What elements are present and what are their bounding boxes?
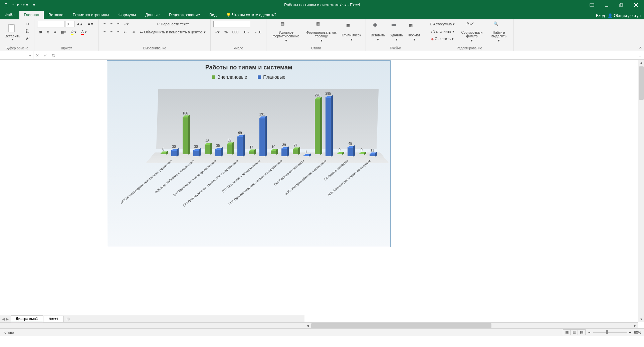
currency-button[interactable]: ₽▾ <box>213 29 222 35</box>
number-format-input[interactable] <box>213 21 250 27</box>
hscroll-thumb[interactable] <box>311 323 491 328</box>
bar-value-label: 27 <box>293 143 297 147</box>
align-top-button[interactable]: ≡ <box>101 21 108 27</box>
merge-label: Объединить и поместить в центре <box>144 30 203 34</box>
x-axis-label: ОТП.Отопление и теплоснабжение <box>221 159 261 193</box>
clear-button[interactable]: ◆ Очистить ▾ <box>428 35 457 42</box>
tab-insert[interactable]: Вставка <box>44 11 68 19</box>
align-right-button[interactable]: ≡ <box>115 29 121 35</box>
collapse-ribbon-icon[interactable]: ⋏ <box>639 45 642 50</box>
tab-data[interactable]: Данные <box>141 11 164 19</box>
insert-cells-button[interactable]: ➕Вставить▾ <box>369 21 387 43</box>
tab-view[interactable]: Вид <box>205 11 221 19</box>
maximize-icon[interactable] <box>615 0 628 10</box>
horizontal-scrollbar[interactable]: ◀ ▶ <box>0 322 638 328</box>
formula-enter-icon[interactable]: ✓ <box>41 53 49 58</box>
percent-button[interactable]: % <box>222 29 230 35</box>
format-painter-button[interactable]: 🖌 <box>24 35 31 41</box>
login-link[interactable]: Вход <box>596 13 605 18</box>
underline-button[interactable]: Ч <box>52 29 58 35</box>
vscroll-up-icon[interactable]: ▲ <box>638 60 644 66</box>
tab-file[interactable]: Файл <box>0 11 19 19</box>
dec-decimal-button[interactable]: ←.0 <box>253 29 263 35</box>
vscroll-thumb[interactable] <box>639 66 644 100</box>
border-button[interactable]: ▦▾ <box>59 29 68 35</box>
styles-group-label: Стили <box>269 46 363 50</box>
sheet-nav-prev-icon[interactable]: ◀ <box>2 317 5 321</box>
zoom-out-button[interactable]: − <box>588 330 590 334</box>
svg-rect-10 <box>10 24 13 25</box>
vertical-scrollbar[interactable]: ▲ ▼ <box>638 60 644 322</box>
fx-icon[interactable]: fx <box>49 53 57 58</box>
close-icon[interactable] <box>629 0 643 10</box>
align-middle-button[interactable]: ≡ <box>109 21 115 27</box>
find-select-button[interactable]: 🔍Найти и выделить▾ <box>487 21 511 43</box>
sheet-nav-next-icon[interactable]: ▶ <box>6 317 9 321</box>
copy-button[interactable]: ⿻ <box>24 28 31 34</box>
font-color-button[interactable]: A▾ <box>79 29 88 35</box>
inc-decimal-button[interactable]: .0→ <box>241 29 252 35</box>
sheet-canvas[interactable]: Работы по типам и системам Внеплановые П… <box>0 60 638 322</box>
indent-increase-button[interactable]: ⇥ <box>130 29 137 35</box>
fill-button[interactable]: ↓ Заполнить ▾ <box>428 28 457 35</box>
tab-formulas[interactable]: Формулы <box>114 11 141 19</box>
ribbon-group-number: ₽▾ % 000 .0→ ←.0 Число <box>211 19 266 51</box>
tab-review[interactable]: Рецензирование <box>164 11 205 19</box>
wrap-text-button[interactable]: ↩ Перенести текст <box>138 21 208 27</box>
insert-label: Вставить <box>371 33 385 37</box>
save-icon[interactable] <box>3 2 9 8</box>
ribbon-options-icon[interactable] <box>585 0 599 10</box>
sheet-tab-diagram1[interactable]: Диаграмма1 <box>11 315 43 322</box>
chart-bar: 45 <box>348 147 353 156</box>
tab-home[interactable]: Главная <box>19 11 44 19</box>
delete-cells-button[interactable]: ➖Удалить▾ <box>388 21 405 43</box>
bold-button[interactable]: Ж <box>37 29 44 35</box>
increase-font-button[interactable]: A▲ <box>75 21 85 27</box>
format-cells-button[interactable]: ▦Формат▾ <box>406 21 422 43</box>
conditional-formatting-button[interactable]: ▦Условное форматирование▾ <box>269 21 303 43</box>
add-sheet-button[interactable]: ⊕ <box>64 317 72 321</box>
font-size-input[interactable] <box>65 21 74 27</box>
autosum-button[interactable]: Σ Автосумма ▾ <box>428 21 457 27</box>
cut-button[interactable]: ✂ <box>24 21 31 27</box>
bar-value-label: 11 <box>370 148 374 152</box>
redo-icon[interactable]: ↷ ▾ <box>21 2 28 8</box>
sort-filter-button[interactable]: A↓ZСортировка и фильтр▾ <box>458 21 485 43</box>
indent-decrease-button[interactable]: ⇤ <box>122 29 129 35</box>
tell-me[interactable]: 💡 Что вы хотите сделать? <box>221 11 281 19</box>
merge-button[interactable]: ⇔ Объединить и поместить в центре ▾ <box>138 29 208 35</box>
format-as-table-button[interactable]: ▦Форматировать как таблицу▾ <box>304 21 339 43</box>
orientation-button[interactable]: ⤢▾ <box>122 21 131 27</box>
name-box[interactable]: ▾ <box>0 51 33 59</box>
zoom-in-button[interactable]: + <box>629 330 631 334</box>
comma-button[interactable]: 000 <box>230 29 240 35</box>
hscroll-left-icon[interactable]: ◀ <box>304 323 310 328</box>
decrease-font-button[interactable]: A▼ <box>86 21 96 27</box>
cell-styles-button[interactable]: ▦Стили ячеек▾ <box>340 21 363 43</box>
sheet-tab-list1[interactable]: Лист1 <box>44 316 64 322</box>
view-normal-icon[interactable]: ▦ <box>563 330 571 335</box>
formula-expand-icon[interactable]: ⌄ <box>636 53 644 58</box>
align-left-button[interactable]: ≡ <box>101 29 108 35</box>
italic-button[interactable]: К <box>45 29 51 35</box>
zoom-slider[interactable] <box>593 332 627 333</box>
align-bottom-button[interactable]: ≡ <box>115 21 121 27</box>
share-button[interactable]: 👤 Общий доступ <box>608 13 641 18</box>
zoom-level[interactable]: 80% <box>634 330 641 334</box>
align-center-button[interactable]: ≡ <box>109 29 115 35</box>
qat-customize-icon[interactable]: ▾ <box>31 2 37 8</box>
paste-button[interactable]: Вставить ▼ <box>3 21 22 43</box>
tab-page-layout[interactable]: Разметка страницы <box>68 11 114 19</box>
formula-input[interactable] <box>57 55 636 56</box>
undo-icon[interactable]: ↶ ▾ <box>12 2 19 8</box>
hscroll-right-icon[interactable]: ▶ <box>632 323 638 328</box>
font-name-input[interactable] <box>37 21 64 27</box>
zoom-thumb[interactable] <box>606 330 608 334</box>
formula-cancel-icon[interactable]: ✕ <box>33 53 41 58</box>
chart-object[interactable]: Работы по типам и системам Внеплановые П… <box>107 60 391 247</box>
minimize-icon[interactable] <box>600 0 613 10</box>
view-page-layout-icon[interactable]: ▥ <box>571 330 578 335</box>
fill-color-button[interactable]: ◇▾ <box>69 29 78 35</box>
vscroll-down-icon[interactable]: ▼ <box>638 316 644 322</box>
view-page-break-icon[interactable]: ▤ <box>578 330 585 335</box>
